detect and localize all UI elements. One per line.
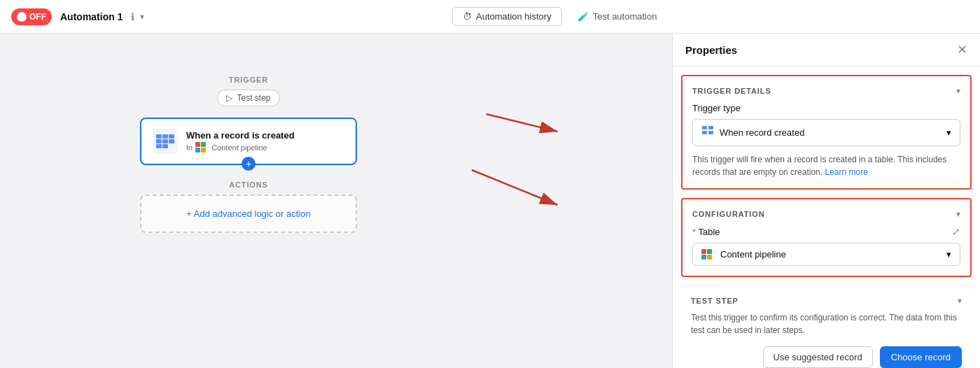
trigger-table-name: Content pipeline [211, 143, 267, 152]
table-chevron-icon: ▾ [946, 249, 951, 260]
add-action-label: + Add advanced logic or action [186, 208, 310, 219]
in-prefix: In [186, 143, 192, 152]
svg-line-3 [472, 170, 558, 205]
main-layout: TRIGGER ▷ Test step When a record is cre… [0, 34, 980, 368]
trigger-type-label: Trigger type [692, 103, 960, 113]
add-action-button[interactable]: + Add advanced logic or action [140, 194, 357, 233]
config-header: CONFIGURATION ▾ [692, 209, 960, 219]
trigger-icon-box [153, 129, 178, 154]
table-dropdown[interactable]: Content pipeline ▾ [692, 243, 960, 266]
test-step-button[interactable]: ▷ Test step [217, 90, 279, 106]
trigger-type-dropdown[interactable]: When record created ▾ [692, 119, 960, 146]
close-button[interactable]: ✕ [957, 43, 967, 56]
test-auto-label: Test automation [593, 11, 657, 22]
config-chevron-icon[interactable]: ▾ [956, 209, 960, 219]
trigger-subtitle: In Content pipeline [186, 142, 295, 153]
trigger-card[interactable]: When a record is created In Content pipe… [140, 118, 357, 165]
toggle-circle [17, 12, 27, 22]
choose-record-button[interactable]: Choose record [880, 346, 962, 368]
test-automation-button[interactable]: 🧪 Test automation [568, 7, 667, 26]
play-icon: ▷ [226, 93, 232, 103]
trigger-label: TRIGGER [140, 76, 357, 84]
trigger-description: This trigger will fire when a record is … [692, 153, 960, 178]
svg-rect-4 [702, 126, 707, 129]
topbar: OFF Automation 1 ℹ ▾ ⏱ Automation histor… [0, 0, 980, 34]
content-pipeline-icon [195, 142, 206, 153]
table-value: Content pipeline [720, 249, 786, 260]
panel-title: Properties [685, 44, 737, 56]
trigger-type-chevron-icon: ▾ [946, 127, 951, 138]
panel-header: Properties ✕ [673, 34, 980, 66]
config-section: CONFIGURATION ▾ * Table ⤢ [681, 198, 972, 277]
history-label: Automation history [476, 11, 552, 22]
automation-history-button[interactable]: ⏱ Automation history [452, 7, 562, 26]
actions-section: ACTIONS + Add advanced logic or action [140, 181, 357, 233]
trigger-details-chevron-icon[interactable]: ▾ [956, 86, 960, 96]
trigger-title: When a record is created [186, 130, 295, 141]
table-grid-icon [156, 134, 174, 148]
learn-more-link[interactable]: Learn more [825, 167, 867, 177]
trigger-section: TRIGGER ▷ Test step When a record is cre… [140, 76, 357, 165]
canvas: TRIGGER ▷ Test step When a record is cre… [0, 34, 672, 368]
trigger-details-header: TRIGGER DETAILS ▾ [692, 86, 960, 96]
config-title: CONFIGURATION [692, 210, 765, 218]
svg-rect-5 [708, 126, 713, 129]
svg-line-2 [486, 114, 557, 132]
svg-rect-6 [702, 131, 707, 134]
dropdown-left: When record created [701, 125, 804, 140]
use-suggested-record-button[interactable]: Use suggested record [763, 346, 873, 368]
test-step-description: Test this trigger to confirm its configu… [691, 311, 962, 337]
test-step-actions: Use suggested record Choose record [691, 346, 962, 368]
toggle-label: OFF [29, 12, 46, 22]
automation-name[interactable]: Automation 1 [60, 11, 122, 22]
add-trigger-icon[interactable]: + [241, 157, 255, 171]
flask-icon: 🧪 [578, 11, 589, 22]
properties-panel: Properties ✕ TRIGGER DETAILS ▾ Trigger t… [672, 34, 980, 368]
test-step-title: TEST STEP [691, 297, 738, 305]
topbar-center: ⏱ Automation history 🧪 Test automation [150, 7, 969, 26]
trigger-type-value: When record created [720, 127, 804, 138]
table-field-label: * Table [692, 227, 720, 237]
trigger-details-title: TRIGGER DETAILS [692, 87, 771, 95]
table-dropdown-left: Content pipeline [701, 249, 786, 260]
table-cp-icon [701, 249, 712, 260]
svg-rect-7 [708, 131, 713, 134]
trigger-details-section: TRIGGER DETAILS ▾ Trigger type When reco… [681, 75, 972, 190]
expand-icon[interactable]: ⤢ [952, 226, 960, 237]
toggle-switch[interactable]: OFF [11, 8, 52, 25]
info-icon[interactable]: ℹ [131, 11, 134, 22]
test-step-section: TEST STEP ▾ Test this trigger to confirm… [681, 285, 972, 368]
actions-label: ACTIONS [140, 181, 357, 189]
trigger-text: When a record is created In Content pipe… [186, 130, 295, 153]
history-icon: ⏱ [463, 11, 472, 22]
dropdown-chevron-icon[interactable]: ▾ [140, 12, 144, 22]
test-step-chevron-icon[interactable]: ▾ [958, 296, 962, 306]
test-step-header: TEST STEP ▾ [691, 296, 962, 306]
trigger-type-icon [701, 125, 714, 140]
test-step-label: Test step [237, 93, 270, 103]
